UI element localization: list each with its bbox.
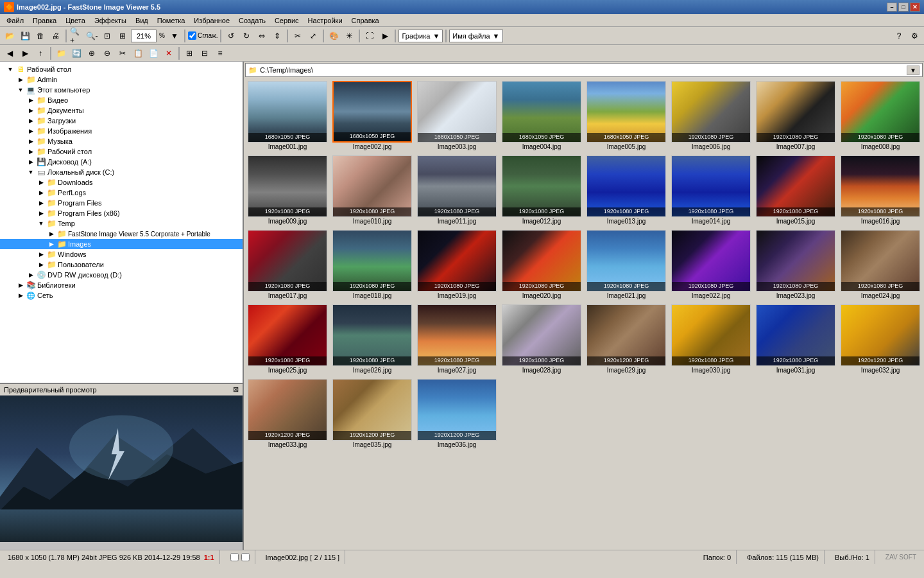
menu-settings[interactable]: Настройки [304,15,346,26]
thumbnail-item-7[interactable]: 1920x1080 JPEGImage007.jpg [755,80,837,152]
thumbnail-item-9[interactable]: 1920x1080 JPEGImage009.jpg [246,154,329,226]
zoom-out-btn[interactable]: 🔍- [85,29,99,43]
expand-windows[interactable]: ▶ [36,251,46,258]
menu-service[interactable]: Сервис [271,15,303,26]
open-btn[interactable]: 📂 [3,29,17,43]
thumbnail-item-28[interactable]: 1920x1080 JPEGImage028.jpg [501,303,583,375]
preview-close-icon[interactable]: ⊠ [233,385,239,394]
thumbnail-item-18[interactable]: 1920x1080 JPEGImage018.jpg [331,229,413,301]
tree-item-perflogs[interactable]: ▶ 📁 PerfLogs [0,188,243,198]
zoom-in-btn[interactable]: 🔍+ [69,29,83,43]
tree-item-drive-a[interactable]: ▶ 💾 Дисковод (A:) [0,157,243,167]
expand-faststone[interactable]: ▶ [46,231,56,237]
thumbnail-item-25[interactable]: 1920x1080 JPEGImage025.jpg [246,303,329,375]
sort-mode-dropdown[interactable]: Имя файла ▼ [449,30,502,42]
tree-item-music[interactable]: ▶ 📁 Музыка [0,136,243,146]
fullscreen-btn[interactable]: ⛶ [363,29,377,43]
color-btn[interactable]: 🎨 [327,29,341,43]
zoom-input[interactable] [131,30,157,42]
grid-btn1[interactable]: ⊞ [182,46,196,60]
thumbnail-item-6[interactable]: 1920x1080 JPEGImage006.jpg [670,80,752,152]
flip-h-btn[interactable]: ⇔ [255,29,269,43]
close-button[interactable]: ✕ [910,3,920,12]
menu-edit[interactable]: Правка [29,15,60,26]
expand-video[interactable]: ▶ [26,97,36,103]
expand-perflogs[interactable]: ▶ [36,189,46,196]
thumbnail-item-35[interactable]: 1920x1200 JPEGImage036.jpg [416,378,498,450]
thumbnail-item-27[interactable]: 1920x1080 JPEGImage027.jpg [416,303,498,375]
thumbnail-item-33[interactable]: 1920x1200 JPEGImage033.jpg [246,378,329,450]
thumbnail-item-10[interactable]: 1920x1080 JPEGImage010.jpg [331,154,413,226]
tree-item-images[interactable]: ▶ 📁 Изображения [0,126,243,136]
help-btn[interactable]: ? [892,29,906,43]
thumbnail-item-23[interactable]: 1920x1080 JPEGImage023.jpg [755,229,837,301]
expand-progfiles86[interactable]: ▶ [36,210,46,216]
tree-item-docs[interactable]: ▶ 📁 Документы [0,105,243,116]
tree-item-libraries[interactable]: ▶ 📚 Библиотеки [0,280,243,290]
thumbnail-item-14[interactable]: 1920x1080 JPEGImage014.jpg [670,154,752,226]
back-btn[interactable]: ◀ [3,46,17,60]
expand-desktop[interactable]: ▼ [5,66,15,73]
expand-docs[interactable]: ▶ [26,107,36,114]
zoom-arrow-btn[interactable]: ▼ [167,29,182,43]
fit-btn[interactable]: ⊡ [100,29,114,43]
config-btn[interactable]: ⚙ [907,29,921,43]
thumbnail-item-5[interactable]: 1680x1050 JPEGImage005.jpg [585,80,667,152]
thumbnail-item-24[interactable]: 1920x1080 JPEGImage024.jpg [839,229,921,301]
expand-drive-d[interactable]: ▶ [26,272,36,278]
expand-admin[interactable]: ▶ [15,76,26,83]
thumbnail-item-26[interactable]: 1920x1080 JPEGImage026.jpg [331,303,413,375]
flip-v-btn[interactable]: ⇕ [270,29,284,43]
tree-item-drive-d[interactable]: ▶ 💿 DVD RW дисковод (D:) [0,270,243,280]
list-btn[interactable]: ≡ [213,46,227,60]
thumbnail-item-2[interactable]: 1680x1050 JPEGImage002.jpg [331,80,413,152]
expand-c-downloads[interactable]: ▶ [36,179,46,186]
thumbnail-item-19[interactable]: 1920x1080 JPEGImage019.jpg [416,229,498,301]
thumbnail-item-4[interactable]: 1680x1050 JPEGImage004.jpg [501,80,583,152]
expand-progfiles[interactable]: ▶ [36,200,46,206]
expand-drive-c[interactable]: ▼ [26,169,36,175]
thumbnails-area[interactable]: 1680x1050 JPEGImage001.jpg1680x1050 JPEG… [244,77,924,550]
actual-size-btn[interactable]: ⊞ [116,29,130,43]
thumbnail-item-15[interactable]: 1920x1080 JPEGImage015.jpg [755,154,837,226]
thumbnail-item-16[interactable]: 1920x1080 JPEGImage016.jpg [839,154,921,226]
brightness-btn[interactable]: ☀ [342,29,356,43]
tree-item-desktop2[interactable]: ▶ 📁 Рабочий стол [0,146,243,157]
expand-images[interactable]: ▶ [26,128,36,134]
forward-btn[interactable]: ▶ [18,46,32,60]
expand-computer[interactable]: ▼ [15,87,26,93]
expand-desktop2[interactable]: ▶ [26,148,36,155]
thumbnail-item-22[interactable]: 1920x1080 JPEGImage022.jpg [670,229,752,301]
thumbnail-item-32[interactable]: 1920x1200 JPEGImage032.jpg [839,303,921,375]
rotate-right-btn[interactable]: ↻ [239,29,253,43]
nav-btn5[interactable]: ✂ [116,46,130,60]
menu-help[interactable]: Справка [348,15,383,26]
tree-item-users[interactable]: ▶ 📁 Пользователи [0,259,243,270]
delete-nav-btn[interactable]: ✕ [162,46,176,60]
expand-users[interactable]: ▶ [36,261,46,268]
slideshow-btn[interactable]: ▶ [378,29,392,43]
expand-images-sel[interactable]: ▶ [46,241,56,247]
menu-mark[interactable]: Пометка [153,15,189,26]
nav-btn6[interactable]: 📋 [131,46,145,60]
thumbnail-item-17[interactable]: 1920x1080 JPEGImage017.jpg [246,229,329,301]
menu-view[interactable]: Вид [132,15,152,26]
thumbnail-item-30[interactable]: 1920x1080 JPEGImage030.jpg [670,303,752,375]
tree-item-downloads[interactable]: ▶ 📁 Загрузки [0,116,243,126]
crop-btn[interactable]: ✂ [291,29,305,43]
tree-item-images-sel[interactable]: ▶ 📁 Images [0,239,243,249]
expand-drive-a[interactable]: ▶ [26,159,36,165]
thumbnail-item-29[interactable]: 1920x1200 JPEGImage029.jpg [585,303,667,375]
path-dropdown-btn[interactable]: ▼ [907,66,920,75]
expand-libraries[interactable]: ▶ [15,282,26,288]
menu-colors[interactable]: Цвета [62,15,89,26]
thumbnail-item-12[interactable]: 1920x1080 JPEGImage012.jpg [501,154,583,226]
tree-item-drive-c[interactable]: ▼ 🖴 Локальный диск (C:) [0,167,243,177]
thumbnail-item-3[interactable]: 1680x1050 JPEGImage003.jpg [416,80,498,152]
minimize-button[interactable]: – [887,3,897,12]
expand-music[interactable]: ▶ [26,138,36,144]
tree-item-desktop[interactable]: ▼ 🖥 Рабочий стол [0,64,243,74]
maximize-button[interactable]: □ [898,3,909,12]
nav-btn3[interactable]: ⊕ [85,46,99,60]
menu-effects[interactable]: Эффекты [90,15,130,26]
